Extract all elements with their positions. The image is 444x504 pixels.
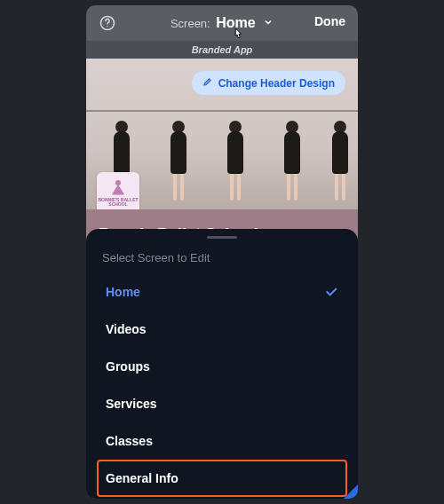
menu-item-home[interactable]: Home [97,273,347,311]
menu-item-groups[interactable]: Groups [97,348,347,385]
done-button[interactable]: Done [314,14,345,28]
screen-selector[interactable]: Screen: Home [170,15,274,32]
menu-item-services[interactable]: Services [97,385,347,422]
screen-label-current: Home [216,15,255,30]
change-header-label: Change Header Design [218,77,335,90]
menu-item-label: Videos [106,322,147,336]
app-logo: BONNIE'S BALLET SCHOOL [97,172,139,209]
screen-label-prefix: Screen: [170,17,210,30]
menu-item-label: General Info [106,471,178,485]
menu-item-videos[interactable]: Videos [97,311,347,348]
top-bar: Screen: Home Done [86,5,358,41]
menu-item-label: Home [106,285,140,299]
pencil-icon [202,76,213,90]
header-image: Change Header Design BONNIE'S BALLET SCH… [86,59,358,209]
menu-item-label: Groups [106,359,150,374]
phone-preview: Screen: Home Done Branded App [86,5,358,499]
check-icon [324,285,338,299]
menu-item-general-info[interactable]: General Info [97,460,347,497]
resize-corner-icon[interactable] [344,484,358,499]
screen-menu: Home Videos Groups Services Classes [86,270,358,499]
help-icon[interactable] [99,14,116,32]
sheet-title: Select Screen to Edit [86,239,358,270]
menu-item-label: Services [106,397,157,411]
change-header-button[interactable]: Change Header Design [192,71,345,95]
screen-select-sheet: Select Screen to Edit Home Videos Groups… [86,229,358,499]
svg-point-1 [107,26,107,27]
logo-text: BONNIE'S BALLET SCHOOL [97,198,139,208]
menu-item-label: Classes [106,434,153,448]
branded-app-badge: Branded App [86,41,358,59]
chevron-down-icon [263,15,274,31]
menu-item-classes[interactable]: Classes [97,422,347,460]
